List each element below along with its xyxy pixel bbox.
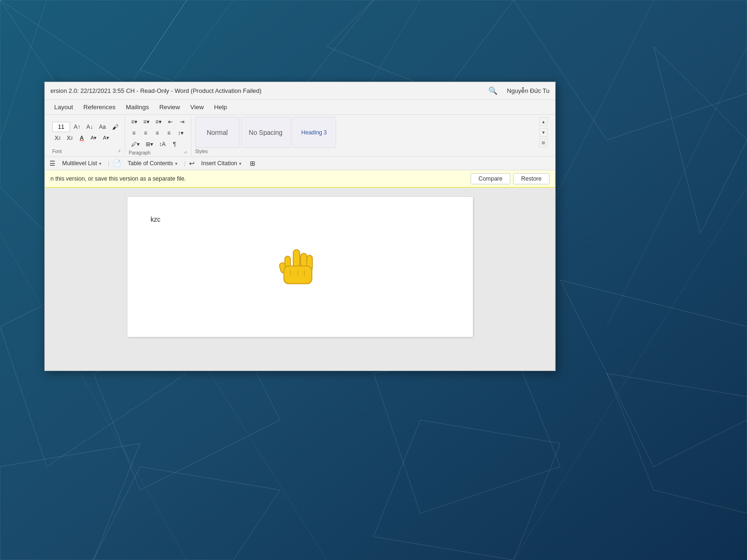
notification-text: n this version, or save this version as … bbox=[50, 175, 471, 182]
ribbon: A↑ A↓ Aa 🖌 X2 X2 A A▾ A▾ Font ↗ bbox=[45, 115, 555, 157]
align-right-btn[interactable]: ≡ bbox=[152, 128, 162, 138]
toc-dropdown-icon: ▾ bbox=[175, 161, 177, 166]
menu-item-layout[interactable]: Layout bbox=[49, 102, 78, 112]
shading-btn[interactable]: 🖊▾ bbox=[129, 139, 142, 149]
styles-inner: Normal No Spacing Heading 3 ▲ ▼ ⊞ bbox=[195, 117, 548, 148]
sort-btn[interactable]: ↕A bbox=[157, 139, 168, 149]
paragraph-group: ≡▾ ≡▾ ≡▾ ⇤ ⇥ ≡ ≡ ≡ ≡ ↕▾ 🖊▾ ⊞▾ ↕A bbox=[125, 117, 191, 155]
menu-item-help[interactable]: Help bbox=[209, 102, 232, 112]
font-color-btn[interactable]: A▾ bbox=[100, 133, 111, 143]
font-label: Font bbox=[52, 149, 62, 154]
paragraph-label: Paragraph bbox=[129, 150, 151, 155]
styles-row: Normal No Spacing Heading 3 bbox=[195, 117, 537, 148]
title-text: ersion 2.0: 22/12/2021 3:55 CH - Read-On… bbox=[50, 87, 261, 94]
styles-group: Normal No Spacing Heading 3 ▲ ▼ ⊞ Styles bbox=[191, 117, 551, 154]
ordered-list-btn[interactable]: ≡▾ bbox=[141, 117, 152, 127]
toc-icon: 📄 bbox=[113, 160, 121, 167]
styles-label: Styles bbox=[195, 149, 208, 154]
restore-button[interactable]: Restore bbox=[513, 173, 550, 184]
title-right-area: 🔍 Nguyễn Đức Tu bbox=[488, 86, 550, 95]
font-group: A↑ A↓ Aa 🖌 X2 X2 A A▾ A▾ Font ↗ bbox=[49, 117, 125, 154]
multilevel-list-btn[interactable]: ≡▾ bbox=[153, 117, 164, 127]
align-center-btn[interactable]: ≡ bbox=[141, 128, 151, 138]
title-bar: ersion 2.0: 22/12/2021 3:55 CH - Read-On… bbox=[45, 82, 555, 100]
increase-indent-btn[interactable]: ⇥ bbox=[177, 117, 187, 127]
subscript-btn[interactable]: X2 bbox=[52, 133, 63, 143]
sep2: | bbox=[184, 160, 185, 167]
style-normal-btn[interactable]: Normal bbox=[195, 117, 240, 148]
multilevel-dropdown-icon: ▾ bbox=[99, 161, 101, 166]
document-content: kzc bbox=[151, 216, 161, 223]
multilevel-list-item[interactable]: Multilevel List ▾ bbox=[59, 159, 104, 168]
font-color-a-btn[interactable]: A bbox=[77, 133, 87, 143]
style-heading3-btn[interactable]: Heading 3 bbox=[292, 117, 336, 148]
scroll-up-btn[interactable]: ▲ bbox=[539, 118, 548, 126]
styles-scroll-buttons: ▲ ▼ ⊞ bbox=[539, 117, 548, 148]
font-shrink-btn[interactable]: A↓ bbox=[84, 122, 95, 132]
font-group-bottom: Font ↗ bbox=[52, 148, 121, 154]
font-grow-btn[interactable]: A↑ bbox=[71, 122, 83, 132]
multilevel-list-label: Multilevel List bbox=[62, 160, 97, 167]
document-area: kzc bbox=[45, 188, 555, 371]
menu-item-view[interactable]: View bbox=[185, 102, 208, 112]
insert-citation-label: Insert Citation bbox=[201, 160, 237, 167]
font-expand-icon[interactable]: ↗ bbox=[117, 149, 121, 154]
references-bar: ☰ Multilevel List ▾ | 📄 Table of Content… bbox=[45, 157, 555, 170]
pilcrow-btn[interactable]: ¶ bbox=[169, 139, 180, 149]
citation-icon: ↩ bbox=[189, 160, 195, 167]
toc-label: Table of Contents bbox=[127, 160, 173, 167]
font-row-1: A↑ A↓ Aa 🖌 bbox=[52, 122, 121, 132]
font-controls: A↑ A↓ Aa 🖌 X2 X2 A A▾ A▾ bbox=[52, 117, 121, 148]
para-row-3: 🖊▾ ⊞▾ ↕A ¶ bbox=[129, 139, 187, 149]
para-expand-icon[interactable]: ↗ bbox=[183, 150, 187, 155]
notification-buttons: Compare Restore bbox=[471, 173, 550, 184]
scroll-more-btn[interactable]: ⊞ bbox=[539, 139, 548, 147]
more-commands-icon[interactable]: ⊞ bbox=[250, 160, 255, 167]
font-row-2: X2 X2 A A▾ A▾ bbox=[52, 133, 121, 143]
user-name: Nguyễn Đức Tu bbox=[507, 87, 550, 94]
para-row-1: ≡▾ ≡▾ ≡▾ ⇤ ⇥ bbox=[129, 117, 187, 127]
citation-dropdown-icon: ▾ bbox=[239, 161, 241, 166]
change-case-btn[interactable]: Aa bbox=[97, 122, 108, 132]
borders-btn[interactable]: ⊞▾ bbox=[143, 139, 155, 149]
word-window: ersion 2.0: 22/12/2021 3:55 CH - Read-On… bbox=[44, 82, 556, 371]
menu-item-references[interactable]: References bbox=[79, 102, 120, 112]
line-spacing-btn[interactable]: ↕▾ bbox=[176, 128, 186, 138]
search-icon[interactable]: 🔍 bbox=[488, 86, 498, 95]
menu-bar: Layout References Mailings Review View H… bbox=[45, 100, 555, 115]
unordered-list-btn[interactable]: ≡▾ bbox=[129, 117, 140, 127]
clear-format-btn[interactable]: 🖌 bbox=[110, 122, 121, 132]
scroll-down-btn[interactable]: ▼ bbox=[539, 128, 548, 137]
font-size-input[interactable] bbox=[52, 122, 70, 132]
notif-message: n this version, or save this version as … bbox=[50, 175, 186, 182]
menu-item-mailings[interactable]: Mailings bbox=[121, 102, 154, 112]
document-page[interactable]: kzc bbox=[127, 197, 473, 337]
superscript-btn[interactable]: X2 bbox=[64, 133, 75, 143]
compare-button[interactable]: Compare bbox=[471, 173, 510, 184]
decrease-indent-btn[interactable]: ⇤ bbox=[165, 117, 176, 127]
align-left-btn[interactable]: ≡ bbox=[129, 128, 139, 138]
table-of-contents-item[interactable]: Table of Contents ▾ bbox=[125, 159, 180, 168]
highlight-btn[interactable]: A▾ bbox=[88, 133, 99, 143]
insert-citation-item[interactable]: Insert Citation ▾ bbox=[198, 159, 244, 168]
menu-item-review[interactable]: Review bbox=[155, 102, 184, 112]
list-icon: ☰ bbox=[49, 160, 56, 167]
para-row-2: ≡ ≡ ≡ ≡ ↕▾ bbox=[129, 128, 187, 138]
notification-bar: n this version, or save this version as … bbox=[45, 170, 555, 188]
styles-group-bottom: Styles bbox=[195, 148, 548, 154]
justify-btn[interactable]: ≡ bbox=[164, 128, 174, 138]
paragraph-controls: ≡▾ ≡▾ ≡▾ ⇤ ⇥ ≡ ≡ ≡ ≡ ↕▾ 🖊▾ ⊞▾ ↕A bbox=[129, 117, 187, 149]
style-no-spacing-btn[interactable]: No Spacing bbox=[241, 117, 290, 148]
sep1: | bbox=[108, 160, 109, 167]
para-group-bottom: Paragraph ↗ bbox=[129, 149, 187, 155]
